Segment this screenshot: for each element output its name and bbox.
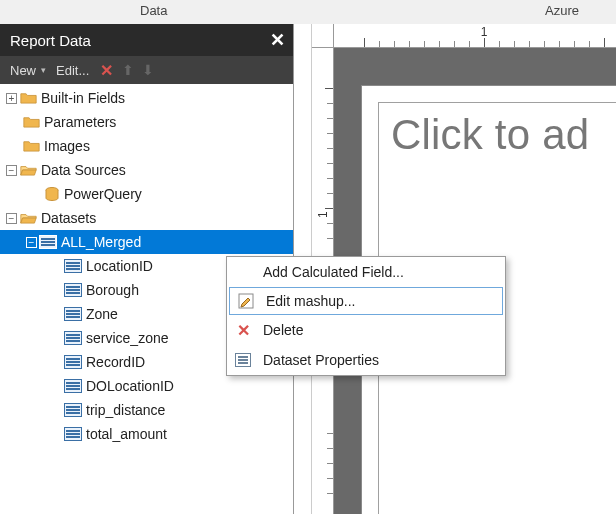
ruler-number: 1 bbox=[316, 211, 330, 218]
folder-open-icon bbox=[19, 211, 37, 225]
close-icon[interactable]: ✕ bbox=[270, 29, 285, 51]
menu-item-delete[interactable]: ✕ Delete bbox=[227, 315, 505, 345]
tree-field[interactable]: total_amount bbox=[0, 422, 293, 446]
tab-azure[interactable]: Azure bbox=[545, 3, 579, 18]
arrow-down-icon: ⬇ bbox=[140, 62, 156, 78]
tree-label: total_amount bbox=[86, 426, 167, 442]
properties-icon bbox=[233, 350, 253, 370]
menu-item-edit-mashup[interactable]: Edit mashup... bbox=[229, 287, 503, 315]
collapse-icon[interactable]: − bbox=[6, 213, 17, 224]
collapse-icon[interactable]: − bbox=[6, 165, 17, 176]
tree-node-datasets[interactable]: − Datasets bbox=[0, 206, 293, 230]
blank-icon bbox=[233, 262, 253, 282]
tree-node-images[interactable]: Images bbox=[0, 134, 293, 158]
tree-label: RecordID bbox=[86, 354, 145, 370]
tree-label: trip_distance bbox=[86, 402, 165, 418]
tree-label: Datasets bbox=[41, 210, 96, 226]
tree-label: Borough bbox=[86, 282, 139, 298]
title-placeholder[interactable]: Click to ad bbox=[391, 111, 616, 159]
tree-label: DOLocationID bbox=[86, 378, 174, 394]
tree-node-builtin[interactable]: + Built-in Fields bbox=[0, 86, 293, 110]
menu-label: Delete bbox=[263, 322, 303, 338]
folder-icon bbox=[22, 139, 40, 153]
menu-item-add-calculated-field[interactable]: Add Calculated Field... bbox=[227, 257, 505, 287]
field-icon bbox=[64, 355, 82, 369]
tree-field[interactable]: DOLocationID bbox=[0, 374, 293, 398]
horizontal-ruler: 1 bbox=[334, 24, 616, 48]
menu-label: Add Calculated Field... bbox=[263, 264, 404, 280]
tree-label: Zone bbox=[86, 306, 118, 322]
field-icon bbox=[64, 283, 82, 297]
tree-label: Built-in Fields bbox=[41, 90, 125, 106]
tree-label: Parameters bbox=[44, 114, 116, 130]
tree-label: ALL_Merged bbox=[61, 234, 141, 250]
context-menu[interactable]: Add Calculated Field... Edit mashup... ✕… bbox=[226, 256, 506, 376]
collapse-icon[interactable]: − bbox=[26, 237, 37, 248]
dataset-icon bbox=[39, 235, 57, 249]
panel-toolbar: New ▾ Edit... ✕ ⬆ ⬇ bbox=[0, 56, 293, 84]
folder-open-icon bbox=[19, 163, 37, 177]
panel-title: Report Data bbox=[10, 32, 91, 49]
menu-label: Edit mashup... bbox=[266, 293, 356, 309]
edit-button[interactable]: Edit... bbox=[52, 63, 93, 78]
field-icon bbox=[64, 403, 82, 417]
arrow-up-icon: ⬆ bbox=[120, 62, 136, 78]
tree-label: Data Sources bbox=[41, 162, 126, 178]
new-button[interactable]: New bbox=[6, 63, 40, 78]
ribbon-tabs: Data Azure bbox=[0, 0, 616, 24]
field-icon bbox=[64, 331, 82, 345]
field-icon bbox=[64, 379, 82, 393]
expand-icon[interactable]: + bbox=[6, 93, 17, 104]
menu-item-dataset-properties[interactable]: Dataset Properties bbox=[227, 345, 505, 375]
ruler-number: 1 bbox=[481, 25, 488, 39]
menu-label: Dataset Properties bbox=[263, 352, 379, 368]
tree-node-parameters[interactable]: Parameters bbox=[0, 110, 293, 134]
tree-label: PowerQuery bbox=[64, 186, 142, 202]
tree-node-powerquery[interactable]: PowerQuery bbox=[0, 182, 293, 206]
tree-label: Images bbox=[44, 138, 90, 154]
tree-label: LocationID bbox=[86, 258, 153, 274]
field-icon bbox=[64, 259, 82, 273]
folder-icon bbox=[22, 115, 40, 129]
tree-node-all-merged[interactable]: − ALL_Merged bbox=[0, 230, 293, 254]
chevron-down-icon[interactable]: ▾ bbox=[41, 65, 46, 75]
edit-icon bbox=[236, 291, 256, 311]
tab-data[interactable]: Data bbox=[140, 3, 167, 18]
tree-node-datasources[interactable]: − Data Sources bbox=[0, 158, 293, 182]
delete-icon: ✕ bbox=[233, 320, 253, 340]
tree-field[interactable]: trip_distance bbox=[0, 398, 293, 422]
delete-icon[interactable]: ✕ bbox=[97, 61, 116, 80]
database-icon bbox=[44, 187, 60, 201]
field-icon bbox=[64, 307, 82, 321]
field-icon bbox=[64, 427, 82, 441]
tree-label: service_zone bbox=[86, 330, 169, 346]
folder-icon bbox=[19, 91, 37, 105]
